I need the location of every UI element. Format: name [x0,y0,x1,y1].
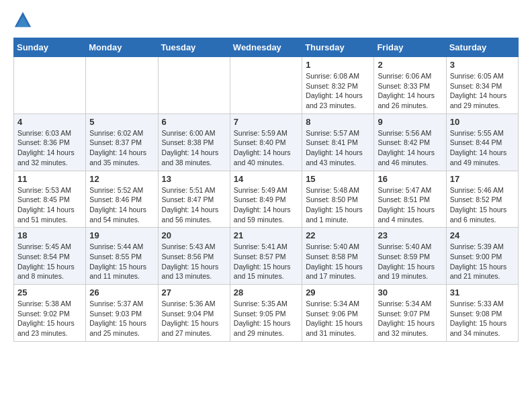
calendar-cell: 11Sunrise: 5:53 AM Sunset: 8:45 PM Dayli… [14,171,86,228]
day-number: 9 [378,117,442,127]
calendar-cell: 1Sunrise: 6:08 AM Sunset: 8:32 PM Daylig… [302,57,374,114]
day-info: Sunrise: 5:57 AM Sunset: 8:41 PM Dayligh… [306,128,370,168]
calendar-cell [158,57,230,114]
calendar-cell: 21Sunrise: 5:41 AM Sunset: 8:57 PM Dayli… [230,228,302,285]
weekday-header: Friday [374,38,446,57]
calendar-cell: 15Sunrise: 5:48 AM Sunset: 8:50 PM Dayli… [302,171,374,228]
day-info: Sunrise: 5:46 AM Sunset: 8:52 PM Dayligh… [450,185,515,225]
day-number: 30 [378,287,442,298]
calendar-cell [14,57,86,114]
day-info: Sunrise: 5:47 AM Sunset: 8:51 PM Dayligh… [378,185,442,225]
calendar-cell: 19Sunrise: 5:44 AM Sunset: 8:55 PM Dayli… [86,228,158,285]
weekday-header: Tuesday [158,38,230,57]
calendar-cell: 20Sunrise: 5:43 AM Sunset: 8:56 PM Dayli… [158,228,230,285]
calendar-week-row: 18Sunrise: 5:45 AM Sunset: 8:54 PM Dayli… [14,228,519,285]
day-info: Sunrise: 5:52 AM Sunset: 8:46 PM Dayligh… [89,185,154,225]
calendar-cell [230,57,302,114]
day-number: 29 [306,287,370,298]
calendar-table: SundayMondayTuesdayWednesdayThursdayFrid… [13,38,519,342]
day-info: Sunrise: 6:05 AM Sunset: 8:34 PM Dayligh… [450,71,515,111]
day-info: Sunrise: 5:45 AM Sunset: 8:54 PM Dayligh… [17,242,82,281]
day-info: Sunrise: 5:40 AM Sunset: 8:59 PM Dayligh… [378,242,442,281]
calendar-cell: 13Sunrise: 5:51 AM Sunset: 8:47 PM Dayli… [158,171,230,228]
day-info: Sunrise: 5:34 AM Sunset: 9:06 PM Dayligh… [306,299,370,338]
calendar-cell: 4Sunrise: 6:03 AM Sunset: 8:36 PM Daylig… [14,113,86,171]
logo-icon [13,11,32,30]
day-number: 25 [17,287,82,298]
day-info: Sunrise: 6:00 AM Sunset: 8:38 PM Dayligh… [162,128,226,168]
day-info: Sunrise: 5:51 AM Sunset: 8:47 PM Dayligh… [162,185,226,225]
weekday-header: Saturday [446,38,518,57]
day-number: 18 [17,230,82,240]
day-number: 2 [378,60,442,70]
day-number: 24 [450,230,515,240]
day-info: Sunrise: 6:02 AM Sunset: 8:37 PM Dayligh… [89,128,154,168]
day-info: Sunrise: 5:41 AM Sunset: 8:57 PM Dayligh… [234,242,298,281]
calendar-week-row: 1Sunrise: 6:08 AM Sunset: 8:32 PM Daylig… [14,57,519,114]
day-info: Sunrise: 5:59 AM Sunset: 8:40 PM Dayligh… [234,128,298,168]
day-number: 7 [234,117,298,127]
calendar-cell: 25Sunrise: 5:38 AM Sunset: 9:02 PM Dayli… [14,285,86,342]
day-info: Sunrise: 5:40 AM Sunset: 8:58 PM Dayligh… [306,242,370,281]
day-info: Sunrise: 5:37 AM Sunset: 9:03 PM Dayligh… [89,299,154,338]
day-number: 17 [450,174,515,184]
day-info: Sunrise: 6:08 AM Sunset: 8:32 PM Dayligh… [306,71,370,111]
day-info: Sunrise: 6:06 AM Sunset: 8:33 PM Dayligh… [378,71,442,111]
weekday-header: Sunday [14,38,86,57]
day-info: Sunrise: 5:43 AM Sunset: 8:56 PM Dayligh… [162,242,226,281]
day-info: Sunrise: 5:33 AM Sunset: 9:08 PM Dayligh… [450,299,515,338]
day-number: 4 [17,117,82,127]
weekday-header-row: SundayMondayTuesdayWednesdayThursdayFrid… [14,38,519,57]
page-container: SundayMondayTuesdayWednesdayThursdayFrid… [0,0,532,353]
calendar-cell: 28Sunrise: 5:35 AM Sunset: 9:05 PM Dayli… [230,285,302,342]
calendar-week-row: 25Sunrise: 5:38 AM Sunset: 9:02 PM Dayli… [14,285,519,342]
calendar-cell: 22Sunrise: 5:40 AM Sunset: 8:58 PM Dayli… [302,228,374,285]
day-info: Sunrise: 5:55 AM Sunset: 8:44 PM Dayligh… [450,128,515,168]
calendar-week-row: 4Sunrise: 6:03 AM Sunset: 8:36 PM Daylig… [14,113,519,171]
day-number: 22 [306,230,370,240]
calendar-cell: 5Sunrise: 6:02 AM Sunset: 8:37 PM Daylig… [86,113,158,171]
calendar-cell: 26Sunrise: 5:37 AM Sunset: 9:03 PM Dayli… [86,285,158,342]
day-number: 3 [450,60,515,70]
day-number: 31 [450,287,515,298]
day-info: Sunrise: 5:36 AM Sunset: 9:04 PM Dayligh… [162,299,226,338]
day-info: Sunrise: 5:44 AM Sunset: 8:55 PM Dayligh… [89,242,154,281]
day-number: 16 [378,174,442,184]
calendar-cell: 7Sunrise: 5:59 AM Sunset: 8:40 PM Daylig… [230,113,302,171]
day-number: 13 [162,174,226,184]
day-number: 5 [89,117,154,127]
calendar-week-row: 11Sunrise: 5:53 AM Sunset: 8:45 PM Dayli… [14,171,519,228]
calendar-cell: 18Sunrise: 5:45 AM Sunset: 8:54 PM Dayli… [14,228,86,285]
day-number: 19 [89,230,154,240]
day-info: Sunrise: 5:48 AM Sunset: 8:50 PM Dayligh… [306,185,370,225]
day-number: 15 [306,174,370,184]
calendar-cell: 6Sunrise: 6:00 AM Sunset: 8:38 PM Daylig… [158,113,230,171]
day-number: 6 [162,117,226,127]
calendar-cell: 2Sunrise: 6:06 AM Sunset: 8:33 PM Daylig… [374,57,446,114]
calendar-cell: 9Sunrise: 5:56 AM Sunset: 8:42 PM Daylig… [374,113,446,171]
calendar-cell: 31Sunrise: 5:33 AM Sunset: 9:08 PM Dayli… [446,285,518,342]
day-number: 21 [234,230,298,240]
day-number: 26 [89,287,154,298]
calendar-cell: 27Sunrise: 5:36 AM Sunset: 9:04 PM Dayli… [158,285,230,342]
calendar-cell: 30Sunrise: 5:34 AM Sunset: 9:07 PM Dayli… [374,285,446,342]
day-info: Sunrise: 5:49 AM Sunset: 8:49 PM Dayligh… [234,185,298,225]
calendar-cell: 17Sunrise: 5:46 AM Sunset: 8:52 PM Dayli… [446,171,518,228]
day-number: 8 [306,117,370,127]
day-number: 12 [89,174,154,184]
day-info: Sunrise: 5:38 AM Sunset: 9:02 PM Dayligh… [17,299,82,338]
day-info: Sunrise: 5:56 AM Sunset: 8:42 PM Dayligh… [378,128,442,168]
day-number: 27 [162,287,226,298]
weekday-header: Monday [86,38,158,57]
calendar-cell [86,57,158,114]
calendar-cell: 24Sunrise: 5:39 AM Sunset: 9:00 PM Dayli… [446,228,518,285]
header [13,11,519,30]
calendar-cell: 3Sunrise: 6:05 AM Sunset: 8:34 PM Daylig… [446,57,518,114]
day-info: Sunrise: 5:35 AM Sunset: 9:05 PM Dayligh… [234,299,298,338]
calendar-cell: 23Sunrise: 5:40 AM Sunset: 8:59 PM Dayli… [374,228,446,285]
day-number: 20 [162,230,226,240]
day-number: 1 [306,60,370,70]
calendar-cell: 12Sunrise: 5:52 AM Sunset: 8:46 PM Dayli… [86,171,158,228]
day-info: Sunrise: 5:53 AM Sunset: 8:45 PM Dayligh… [17,185,82,225]
day-number: 14 [234,174,298,184]
